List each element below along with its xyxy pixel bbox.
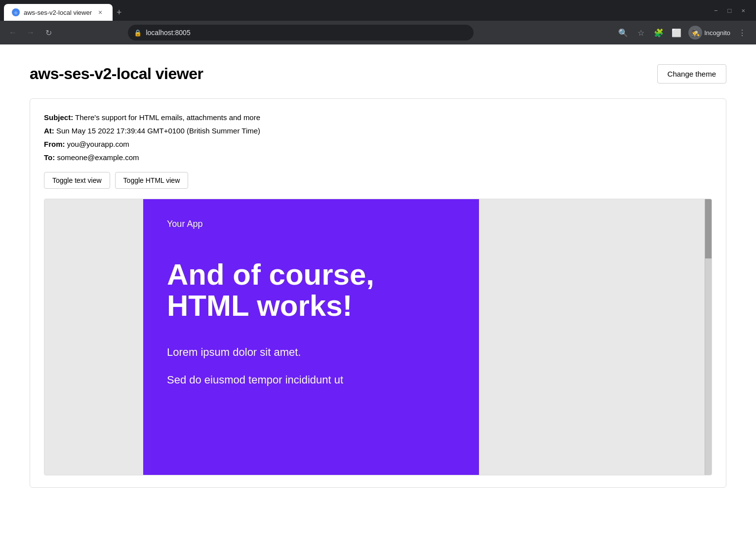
- back-icon: ←: [9, 28, 17, 37]
- email-to-line: To: someone@example.com: [44, 151, 712, 164]
- window-close[interactable]: ×: [738, 6, 748, 15]
- email-subject-line: Subject: There's support for HTML emails…: [44, 111, 712, 124]
- to-value: someone@example.com: [57, 153, 139, 162]
- preview-scrollbar-thumb[interactable]: [705, 199, 712, 258]
- preview-left-gray: [44, 199, 143, 475]
- subject-label: Subject:: [44, 113, 73, 122]
- tab-bar: ◎ aws-ses-v2-local viewer × + − □ ×: [0, 0, 756, 21]
- page-title: aws-ses-v2-local viewer: [30, 65, 203, 83]
- from-value: you@yourapp.com: [67, 140, 129, 148]
- tab-title: aws-ses-v2-local viewer: [24, 9, 92, 16]
- page-content: aws-ses-v2-local viewer Change theme Sub…: [0, 44, 756, 552]
- forward-button[interactable]: →: [24, 26, 38, 40]
- address-bar[interactable]: 🔒 localhost:8005: [128, 25, 474, 41]
- forward-icon: →: [27, 28, 35, 37]
- to-label: To:: [44, 153, 55, 162]
- toggle-html-view-button[interactable]: Toggle HTML view: [115, 172, 189, 189]
- change-theme-button[interactable]: Change theme: [657, 64, 726, 84]
- email-headline: And of course, HTML works!: [167, 259, 455, 321]
- search-icon[interactable]: 🔍: [615, 25, 631, 41]
- active-tab[interactable]: ◎ aws-ses-v2-local viewer ×: [4, 4, 113, 21]
- back-button[interactable]: ←: [6, 26, 20, 40]
- lock-icon: 🔒: [134, 29, 142, 37]
- subject-value: There's support for HTML emails, attachm…: [75, 113, 260, 122]
- email-from-line: From: you@yourapp.com: [44, 137, 712, 151]
- toolbar-icons: 🔍 ☆ 🧩 ⬜ 🕵 Incognito ⋮: [615, 25, 750, 41]
- incognito-button[interactable]: 🕵 Incognito: [686, 26, 732, 40]
- refresh-button[interactable]: ↻: [41, 26, 55, 40]
- preview-right-gray: [479, 199, 712, 475]
- menu-icon[interactable]: ⋮: [734, 25, 750, 41]
- at-label: At:: [44, 127, 54, 135]
- email-preview-content: Your App And of course, HTML works! Lore…: [143, 199, 479, 475]
- bookmark-icon[interactable]: ☆: [633, 25, 649, 41]
- extensions-icon[interactable]: 🧩: [651, 25, 667, 41]
- preview-scrollbar[interactable]: [705, 199, 712, 475]
- refresh-icon: ↻: [45, 28, 52, 38]
- address-bar-row: ← → ↻ 🔒 localhost:8005 🔍 ☆ 🧩 ⬜ 🕵 Incogni…: [0, 21, 756, 44]
- tab-favicon: ◎: [12, 8, 20, 16]
- email-actions: Toggle text view Toggle HTML view: [44, 172, 712, 189]
- browser-chrome: ◎ aws-ses-v2-local viewer × + − □ × ← → …: [0, 0, 756, 44]
- tab-close-button[interactable]: ×: [96, 8, 105, 17]
- email-body-text-1: Lorem ipsum dolor sit amet.: [167, 346, 455, 359]
- window-restore[interactable]: □: [725, 6, 735, 15]
- address-text: localhost:8005: [146, 29, 190, 37]
- at-value: Sun May 15 2022 17:39:44 GMT+0100 (Briti…: [56, 127, 260, 135]
- page-header: aws-ses-v2-local viewer Change theme: [30, 64, 726, 84]
- svg-text:◎: ◎: [14, 11, 17, 14]
- new-tab-button[interactable]: +: [113, 5, 126, 20]
- window-controls: − □ ×: [711, 6, 752, 19]
- toggle-text-view-button[interactable]: Toggle text view: [44, 172, 110, 189]
- email-preview-container: Your App And of course, HTML works! Lore…: [44, 199, 712, 475]
- from-label: From:: [44, 140, 65, 148]
- incognito-icon: 🕵: [688, 26, 702, 40]
- email-body-text-2: Sed do eiusmod tempor incididunt ut: [167, 374, 455, 386]
- cast-icon[interactable]: ⬜: [669, 25, 684, 41]
- email-app-name: Your App: [167, 219, 455, 229]
- email-card: Subject: There's support for HTML emails…: [30, 98, 726, 488]
- window-minimize[interactable]: −: [711, 6, 721, 15]
- email-metadata: Subject: There's support for HTML emails…: [44, 111, 712, 164]
- incognito-label: Incognito: [704, 29, 730, 37]
- email-at-line: At: Sun May 15 2022 17:39:44 GMT+0100 (B…: [44, 124, 712, 137]
